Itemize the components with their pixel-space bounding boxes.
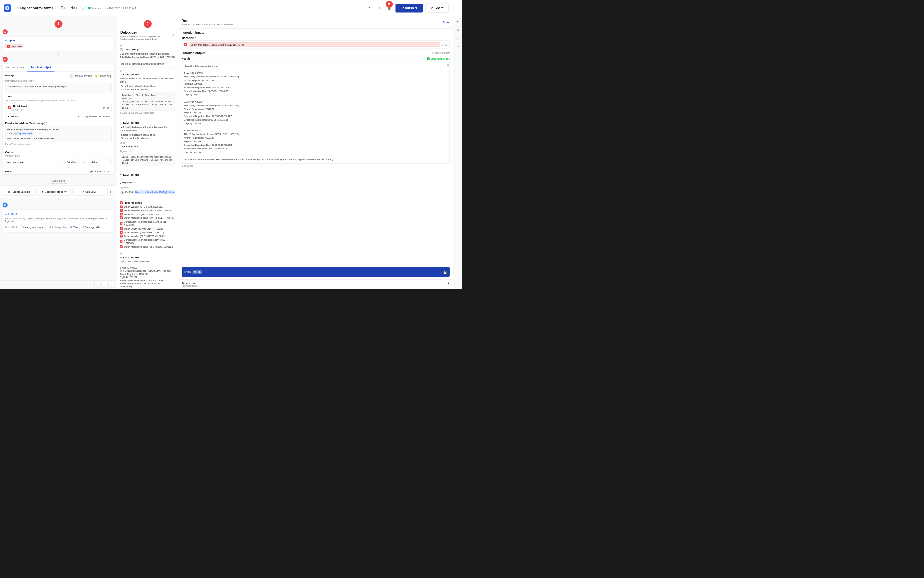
redo-button[interactable]: ↪ <box>375 4 383 12</box>
share-icon: ↗ <box>430 6 433 10</box>
debug-step-05: 05 ✦ LLM Tool use I will first find all … <box>117 116 178 168</box>
tool-flight-alert: ✕ Flight Alert Query objects ∨ ✕ <box>5 103 112 112</box>
node-a-label: A <box>0 28 117 35</box>
create-variable-button[interactable]: {x} Create variable <box>3 188 36 196</box>
select-row: Select block {x} alert_summary ▾ Select … <box>5 224 112 230</box>
step-06-title: ✦ LLM Tool use <box>120 174 176 177</box>
publish-button[interactable]: Publish ▾ <box>395 3 423 12</box>
result-content: I found the following similar alerts: 1.… <box>184 64 447 161</box>
timing-text: In 48.82s <box>184 164 193 167</box>
string-select[interactable]: String ▾ <box>89 159 112 165</box>
ontology-radio-input[interactable] <box>81 226 84 228</box>
get-object-property-button[interactable]: ● Get object property <box>37 188 71 196</box>
close-canvas-button[interactable]: ✕ <box>101 282 107 288</box>
fit-canvas-button[interactable]: ⤡ <box>109 282 114 288</box>
run-button[interactable]: Run ⌘ + D 💾 <box>182 268 450 277</box>
args-value-06[interactable]: Based on a filtered set of 288 Flight Al… <box>134 190 175 194</box>
model-chevron-icon: ▾ <box>111 170 112 173</box>
step-03-num: 03 <box>120 45 176 47</box>
task-prompt-section: Provide input data (Task prompt) * Given… <box>5 122 112 146</box>
select-block-dropdown[interactable]: {x} alert_summary ▾ <box>20 224 46 230</box>
step-04-meta: In 3.68s | 1,681 of 8,000 tokens used <box>120 112 176 114</box>
settings-sidebar-icon[interactable]: ⚙ <box>454 27 461 33</box>
share-button[interactable]: ↗ Share <box>426 3 449 13</box>
args-key-06: objectSetRId: <box>120 191 133 193</box>
run-panel-body[interactable]: Function inputs flightAlert * ✕ Delay: M… <box>178 29 453 265</box>
input-x-icon: ✕ <box>184 43 187 46</box>
success-badge: ✓ Successfully ran <box>427 57 450 60</box>
logic-panel-scroll[interactable]: 1 A ● Inputs ✕ flightAlert <box>0 16 117 281</box>
play-sidebar-icon[interactable]: ▶ <box>454 18 461 24</box>
node-b-circle: B <box>3 57 8 62</box>
step-05-title: ✦ LLM Tool use <box>120 122 176 125</box>
copy-input-button[interactable]: ⧉ <box>445 43 447 47</box>
tr-text-6: Delay: Weather (LGA to STL, N39117Z) <box>124 231 164 234</box>
undo-button[interactable]: ↩ <box>364 4 373 12</box>
args-06: objectSetRId: Based on a filtered set of… <box>120 190 176 194</box>
tool-expand-icon[interactable]: ∨ <box>103 106 106 109</box>
output-var-name-input[interactable] <box>5 159 63 165</box>
run-panel: Run Run this logic to ensure its output … <box>178 16 453 289</box>
save-timestamp: Last saved on 12/7/2023, 12:29:56 AM <box>92 6 136 9</box>
tr-icon-0: ✕ <box>120 206 123 208</box>
history-sidebar-icon[interactable]: ↺ <box>454 44 461 50</box>
tool-remove-icon[interactable]: ✕ <box>107 106 109 109</box>
configure-button[interactable]: ⚙ Configure object return limits <box>78 115 111 118</box>
review-prompt-button[interactable]: 📄 Review prompt <box>69 75 92 78</box>
run-btn-area: Run ⌘ + D 💾 <box>178 265 453 279</box>
model-value[interactable]: 🤖 OpenAI GPT4 ▾ <box>89 170 112 173</box>
filter-sidebar-icon[interactable]: ⇅ <box>454 35 461 42</box>
debug-step-04: 04 ✦ LLM Tool use Thought: I will first … <box>117 68 178 116</box>
primitive-select[interactable]: Primitive ▾ <box>65 159 87 165</box>
show-help-button[interactable]: 💡 Show help <box>94 75 111 78</box>
flight-alert-var-chip: ⚡ flightAlert.Title <box>13 132 33 135</box>
tr-item-7: ✕Delay: Weather (SLC to RSW, N91826Z) <box>120 234 176 238</box>
add-block-button[interactable]: Add a block <box>49 178 68 183</box>
args-05: OBJECT_TYPE FlightAlertWorkshopTutorial … <box>120 154 176 166</box>
breadcrumb-dots[interactable]: ··· <box>13 6 15 10</box>
file-menu[interactable]: File <box>61 6 66 10</box>
more-options-button[interactable]: ⋮ <box>451 5 458 11</box>
use-llm-button[interactable]: ✕ Use LLM <box>72 188 106 196</box>
tr-icon-7: ✕ <box>120 235 123 238</box>
recent-runs-header[interactable]: Recent runs ▲ <box>182 282 450 284</box>
used-label-06: Used <box>120 177 176 181</box>
node-c-circle: C <box>3 203 8 208</box>
step-07-title: ✕ Tool response <box>120 201 176 204</box>
expand-input-button[interactable]: ⤢ <box>442 43 444 46</box>
ontology-edits-radio[interactable]: Ontology edits <box>81 226 100 229</box>
function-output-row: Function output {x} alert_summary <box>182 51 450 55</box>
task-input-area[interactable]: Given the flight alert with the followin… <box>5 126 112 142</box>
connector-a-b <box>59 52 59 56</box>
step-04-num: 04 <box>120 70 176 72</box>
add-tool-button[interactable]: + Add tool <box>5 114 21 119</box>
primitive-label: Primitive <box>67 161 76 164</box>
tool-input-04: Tool Input: <box>122 97 174 100</box>
badge-2: 2 <box>144 20 152 28</box>
debugger-subtitle: Use the detailed execution log below to … <box>120 35 172 40</box>
run-save-icon: 💾 <box>443 270 447 274</box>
instructions-textarea[interactable]: You are a flight controller in charge of… <box>5 83 112 93</box>
recent-runs: Recent runs ▲ 4 completed runs <box>178 279 453 289</box>
debugger-body[interactable]: 03 📋 Task prompt Given the flight alert … <box>117 43 178 289</box>
select-block-chevron: ▾ <box>42 226 43 229</box>
model-section: Model 🤖 OpenAI GPT4 ▾ <box>3 167 114 175</box>
tab-function-output[interactable]: Function output <box>27 64 55 71</box>
debugger-expand-button[interactable]: ⤢ <box>172 33 175 37</box>
value-radio-input[interactable] <box>70 226 72 228</box>
output-section: Output Variable name Primitive ▾ String … <box>3 148 114 168</box>
tr-text-2: Delay: Air Traffic (BDL to LAX, N95027Z) <box>124 213 164 216</box>
expand-canvas-button[interactable]: ⤢ <box>94 282 100 288</box>
tool-arg1-04: OBJECT_TYPE FlightAlertWorkshopTutorial <box>122 100 174 103</box>
copy-result-button[interactable]: ⧉ <box>447 63 449 66</box>
value-radio[interactable]: Value <box>70 226 79 229</box>
help-menu[interactable]: Help <box>71 6 77 10</box>
output-node-title: ● Output <box>5 212 112 216</box>
tr-item-3: ✕Delay: Mechanical Issue (EWR to CLE, N7… <box>120 216 176 220</box>
delete-button[interactable]: 🗑 <box>107 188 114 196</box>
output-node-title-text: Output <box>8 212 17 216</box>
star-icon[interactable]: ☆ <box>54 6 57 10</box>
tab-alert-summary[interactable]: alert_summary <box>3 64 27 71</box>
clear-button[interactable]: Clear <box>442 21 450 24</box>
flight-alert-input-value: Delay: Mechanical Issue (EWR to CLE, N77… <box>189 42 441 47</box>
